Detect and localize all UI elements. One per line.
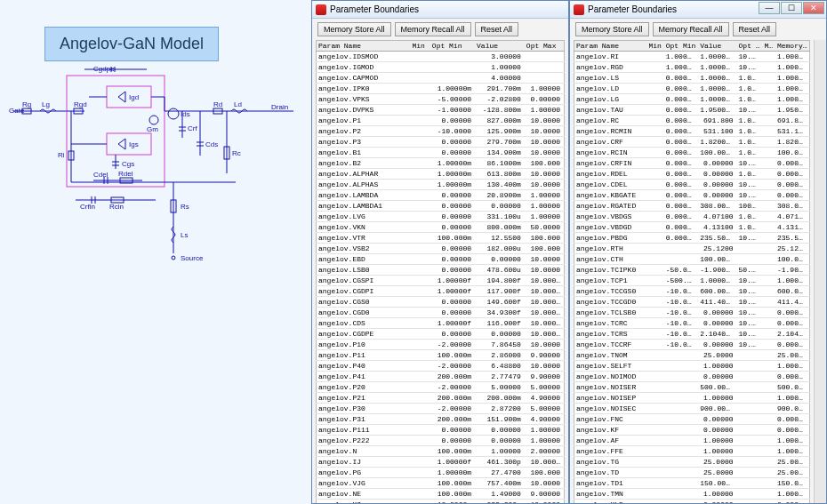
table-row[interactable]: angelov.LAMBDA0.0000020.8900m1.00000 xyxy=(317,190,565,201)
close-button[interactable]: ✕ xyxy=(803,2,824,14)
table-row[interactable]: angelov.IGMOD1.00000 xyxy=(317,62,565,73)
table-row[interactable]: angelov.FFE1.000001.00000 xyxy=(574,446,810,457)
table-row[interactable]: angelov.CDEL0.000000.0000010.000…0.00000 xyxy=(574,180,810,190)
table-row[interactable]: angelov.P21200.000m200.000m4.90000 xyxy=(317,393,565,404)
table-row[interactable]: angelov.CGDPI1.00000f117.900f10.000… xyxy=(317,286,565,297)
table-row[interactable]: angelov.TNOM25.000025.0000 xyxy=(574,350,810,361)
table-row[interactable]: angelov.VSB20.00000182.000u100.000 xyxy=(317,244,565,254)
maximize-button[interactable]: ☐ xyxy=(781,2,802,14)
table-row[interactable]: angelov.PG1.00000m27.4700100.000 xyxy=(317,468,565,478)
table-row[interactable]: angelov.TCLSB0-10.0000m0.0000010.000…0.0… xyxy=(574,308,810,318)
table-row[interactable]: angelov.RGATED0.00000308.000…100.00…308.… xyxy=(574,201,810,212)
table-row[interactable]: angelov.VKN0.00000800.000m50.0000 xyxy=(317,222,565,233)
table-row[interactable]: angelov.EBD0.000000.0000010.0000 xyxy=(317,254,565,265)
table-row[interactable]: angelov.VBDGS0.000004.071001.0000…4.0710… xyxy=(574,212,810,222)
table-row[interactable]: angelov.NOISEP1.000001.00000 xyxy=(574,393,810,404)
table-row[interactable]: angelov.CGD00.0000034.9300f10.000… xyxy=(317,308,565,318)
table-row[interactable]: angelov.LAMBDA10.000000.000001.00000 xyxy=(317,201,565,212)
table-row[interactable]: angelov.KLF0.000000.00000 xyxy=(574,500,810,504)
memory-recall-button[interactable]: Memory Recall All xyxy=(653,22,729,36)
table-row[interactable]: angelov.LSB00.00000478.600u10.0000 xyxy=(317,265,565,276)
table-row[interactable]: angelov.CTH100.000u100.000u xyxy=(574,254,810,265)
table-row[interactable]: angelov.TCRS-10.0000m2.10400m10.000…2.10… xyxy=(574,329,810,340)
minimize-button[interactable]: — xyxy=(759,2,780,14)
scrollbar[interactable] xyxy=(814,40,826,503)
table-row[interactable]: angelov.CRF0.000001.82000p1.0000…1.82000… xyxy=(574,137,810,148)
memory-store-button[interactable]: Memory Store All xyxy=(575,22,649,36)
table-row[interactable]: angelov.TCCRF-10.0000m0.0000010.000…0.00… xyxy=(574,340,810,350)
table-row[interactable]: angelov.TCRC-10.0000m0.0000010.000…0.000… xyxy=(574,318,810,329)
reset-button[interactable]: Reset All xyxy=(475,22,519,36)
memory-store-button[interactable]: Memory Store All xyxy=(317,22,391,36)
table-row[interactable]: angelov.LS0.000001.00000p1.0000…1.00000p xyxy=(574,73,810,84)
table-row[interactable]: angelov.N100.000m1.000002.00000 xyxy=(317,446,565,457)
table-row[interactable]: angelov.KBGATE0.000000.0000010.00000.000… xyxy=(574,190,810,201)
table-row[interactable]: angelov.CGDPE0.000000.0000010.000… xyxy=(317,329,565,340)
table-row[interactable]: angelov.TCCGS0-10.0000m600.000u10.000…60… xyxy=(574,286,810,297)
table-row[interactable]: angelov.RTH25.120025.1200 xyxy=(574,244,810,254)
table-row[interactable]: angelov.P41200.000m2.774799.90000 xyxy=(317,372,565,382)
table-row[interactable]: angelov.B10.00000134.900m10.0000 xyxy=(317,148,565,158)
table-row[interactable]: angelov.TG25.000025.0000 xyxy=(574,457,810,468)
reset-button[interactable]: Reset All xyxy=(733,22,777,36)
table-row[interactable]: angelov.ALPHAS1.00000m130.400m10.0000 xyxy=(317,180,565,190)
table-row[interactable]: angelov.P10-2.000007.8645010.0000 xyxy=(317,340,565,350)
parameter-table-1[interactable]: Param Name Min Opt Min Value Opt Max ang… xyxy=(316,40,565,503)
table-row[interactable]: angelov.RGD1.00000u1.00000m10.000…1.0000… xyxy=(574,62,810,73)
table-row[interactable]: angelov.VTR100.000m12.5500100.000 xyxy=(317,233,565,244)
table-row[interactable]: angelov.PBDG0.00000235.500m10.0000235.50… xyxy=(574,233,810,244)
table-row[interactable]: angelov.TD1150.000…150.000m xyxy=(574,478,810,489)
table-row[interactable]: angelov.RCMIN0.00000531.1001.0000…531.10… xyxy=(574,126,810,137)
table-row[interactable]: angelov.RDEL0.000000.000001.0000…0.00000 xyxy=(574,169,810,180)
table-row[interactable]: angelov.NOISER500.000m500.000m xyxy=(574,382,810,393)
table-row[interactable]: angelov.P1110.000000.000001.00000 xyxy=(317,425,565,436)
table-row[interactable]: angelov.P2220.000000.000001.00000 xyxy=(317,436,565,446)
table-row[interactable]: angelov.P40-2.000006.4880010.0000 xyxy=(317,361,565,372)
table-row[interactable]: angelov.TD25.000025.0000 xyxy=(574,468,810,478)
table-row[interactable]: angelov.NOISEC900.000m900.000m xyxy=(574,404,810,414)
table-row[interactable]: angelov.VPKS-5.00000-2.028000.00000 xyxy=(317,94,565,105)
table-row[interactable]: angelov.P11100.000m2.860009.90000 xyxy=(317,350,565,361)
table-row[interactable]: angelov.SELFT1.000001.00000 xyxy=(574,361,810,372)
table-row[interactable]: angelov.FNC0.000000.00000 xyxy=(574,414,810,425)
table-row[interactable]: angelov.CAPMOD4.00000 xyxy=(317,73,565,84)
table-row[interactable]: angelov.CDS1.00000f116.900f10.000… xyxy=(317,318,565,329)
table-row[interactable]: angelov.RI1.00000u1.00000m10.000…1.00000… xyxy=(574,52,810,62)
table-row[interactable]: angelov.ALPHAR1.00000m613.800m10.0000 xyxy=(317,169,565,180)
table-row[interactable]: angelov.TCCGD0-10.0000m411.400u10.000…41… xyxy=(574,297,810,308)
table-row[interactable]: angelov.P10.00000827.000m10.0000 xyxy=(317,116,565,126)
parameter-table-2[interactable]: Param Name Min Opt Min Value Opt Max Max… xyxy=(574,40,810,503)
table-row[interactable]: angelov.AF1.000001.00000 xyxy=(574,436,810,446)
memory-recall-button[interactable]: Memory Recall All xyxy=(395,22,471,36)
table-row[interactable]: angelov.KG10.0000m923.200m10.0000 xyxy=(317,500,565,504)
table-row[interactable]: angelov.RC0.00000691.8001.0000…691.800 xyxy=(574,116,810,126)
table-row[interactable]: angelov.NOIMOD0.000000.00000 xyxy=(574,372,810,382)
table-row[interactable]: angelov.CGSPI1.00000f194.800f10.000… xyxy=(317,276,565,286)
table-row[interactable]: angelov.LG0.000001.00000p1.0000…1.00000p xyxy=(574,94,810,105)
table-row[interactable]: angelov.IPK01.00000m291.700m1.00000 xyxy=(317,84,565,94)
titlebar[interactable]: Parameter Boundaries xyxy=(312,1,568,19)
table-row[interactable]: angelov.KF0.000000.00000 xyxy=(574,425,810,436)
table-row[interactable]: angelov.VBDGD0.000004.131001.0000…4.1310… xyxy=(574,222,810,233)
table-row[interactable]: angelov.TCIPK0-50.0000m-1.90000m50.000…-… xyxy=(574,265,810,276)
table-row[interactable]: angelov.IDSMOD3.00000 xyxy=(317,52,565,62)
table-row[interactable]: angelov.TAU0.000001.95000p10.000…1.95000… xyxy=(574,105,810,116)
table-row[interactable]: angelov.VJG100.000m757.400m10.0000 xyxy=(317,478,565,489)
table-row[interactable]: angelov.P2-10.0000125.900m10.0000 xyxy=(317,126,565,137)
table-row[interactable]: angelov.CRFIN0.000000.0000010.000…0.0000… xyxy=(574,158,810,169)
table-row[interactable]: angelov.NE100.000m1.490009.00000 xyxy=(317,489,565,500)
table-row[interactable]: angelov.LVG0.00000331.100u1.00000 xyxy=(317,212,565,222)
table-row[interactable]: angelov.P31200.000m151.900m4.90000 xyxy=(317,414,565,425)
table-row[interactable]: angelov.P30-2.000002.872005.00000 xyxy=(317,404,565,414)
table-row[interactable]: angelov.B21.00000m86.1000m100.000 xyxy=(317,158,565,169)
table-row[interactable]: angelov.TCP1-500.000u1.00000m10.000…1.00… xyxy=(574,276,810,286)
table-row[interactable]: angelov.IJ1.00000f461.300p10.000… xyxy=(317,457,565,468)
table-row[interactable]: angelov.LD0.000001.00000p1.0000…1.00000p xyxy=(574,84,810,94)
table-row[interactable]: angelov.TMN1.000001.00000 xyxy=(574,489,810,500)
table-row[interactable]: angelov.RCIN0.00000100.000K1.0000…100.00… xyxy=(574,148,810,158)
table-row[interactable]: angelov.CGS00.00000149.600f10.000… xyxy=(317,297,565,308)
table-row[interactable]: angelov.P20-2.000005.000005.00000 xyxy=(317,382,565,393)
table-row[interactable]: angelov.P30.00000279.700m10.0000 xyxy=(317,137,565,148)
table-row[interactable]: angelov.DVPKS-1.00000-128.800m1.00000 xyxy=(317,105,565,116)
titlebar[interactable]: Parameter Boundaries — ☐ ✕ xyxy=(570,1,826,19)
